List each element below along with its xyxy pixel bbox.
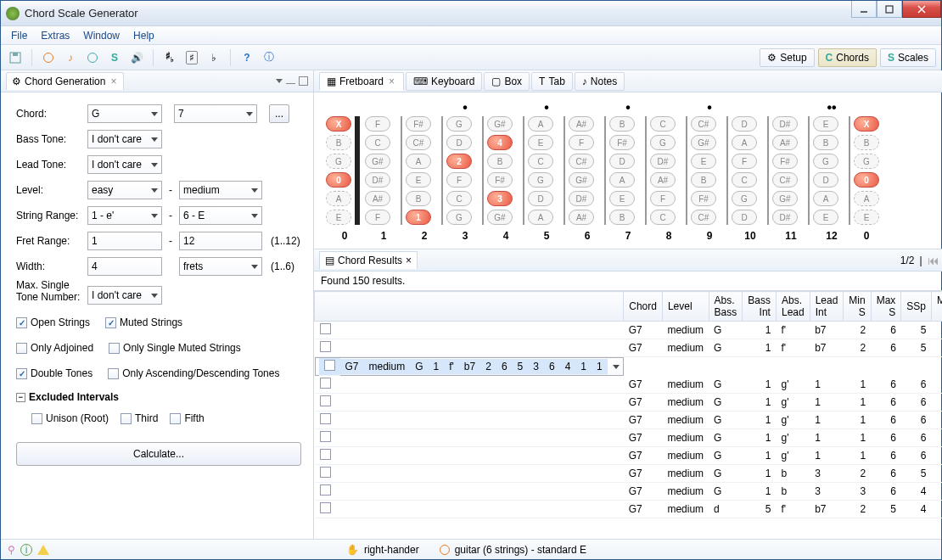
fret-note-pill[interactable]: D# [772, 116, 798, 132]
tab-keyboard[interactable]: ⌨Keyboard [406, 72, 482, 91]
setup-button[interactable]: ⚙Setup [760, 48, 814, 67]
fret-note-pill[interactable]: D# [365, 172, 390, 188]
tab-fretboard[interactable]: ▦Fretboard× [319, 72, 404, 91]
fret-note-pill[interactable]: F# [406, 116, 431, 132]
fret-note-pill[interactable]: F# [772, 154, 798, 169]
table-row[interactable]: G7mediumG1g'116635300 [315, 394, 943, 412]
fret-note-pill[interactable]: G# [365, 154, 390, 169]
tool-flat-icon[interactable]: ♭ [205, 48, 223, 67]
col-header[interactable]: SSp [901, 292, 932, 322]
fret-note-pill[interactable]: G# [487, 116, 513, 132]
tool-circle-2-icon[interactable] [83, 48, 102, 67]
pane-maximize-icon[interactable] [299, 76, 308, 86]
chords-button[interactable]: CChords [818, 48, 877, 67]
fret-note-pill[interactable]: D [609, 154, 635, 169]
level-from-select[interactable]: easy [87, 181, 162, 199]
menu-window[interactable]: Window [76, 27, 126, 44]
fret-note-pill[interactable]: F [365, 210, 390, 225]
row-checkbox[interactable] [315, 465, 624, 483]
muted-strings-check[interactable]: Muted Strings [105, 312, 182, 333]
col-header[interactable]: Abs. Lead [776, 292, 810, 322]
row-checkbox[interactable] [315, 429, 624, 447]
fret-note-pill[interactable]: A# [569, 210, 594, 225]
fret-note-pill[interactable]: A [528, 210, 553, 225]
scales-button[interactable]: SScales [880, 48, 936, 67]
fret-note-pill[interactable]: F# [691, 191, 716, 206]
fret-note-pill[interactable]: F [732, 154, 757, 169]
menu-extras[interactable]: Extras [34, 27, 76, 44]
col-header[interactable]: Max S [871, 292, 901, 322]
fret-note-pill[interactable]: A# [772, 135, 798, 150]
table-row[interactable]: G7mediumG1g'116635301 [315, 412, 943, 429]
double-tones-check[interactable]: Double Tones [16, 363, 93, 384]
open-string-pill-right[interactable]: E [854, 210, 879, 225]
fret-note-pill[interactable]: F [365, 116, 390, 132]
fret-note-pill[interactable]: B [406, 191, 431, 206]
open-strings-check[interactable]: Open Strings [16, 312, 90, 333]
fret-note-pill[interactable]: 3 [487, 191, 513, 206]
fret-note-pill[interactable]: G# [487, 210, 513, 225]
tool-s-icon[interactable]: S [105, 48, 124, 67]
save-icon[interactable] [6, 48, 25, 67]
open-string-pill-right[interactable]: G [854, 154, 879, 169]
row-checkbox[interactable] [315, 483, 624, 501]
tool-help-icon[interactable]: ? [238, 48, 256, 67]
fret-note-pill[interactable]: C [732, 172, 757, 188]
fret-note-pill[interactable]: G [446, 210, 472, 225]
open-string-pill[interactable]: B [326, 135, 351, 150]
menu-file[interactable]: File [4, 27, 34, 44]
row-checkbox[interactable] [315, 376, 624, 394]
close-tab-icon[interactable]: × [109, 76, 118, 87]
open-string-pill[interactable]: E [326, 210, 351, 225]
col-header[interactable]: Bass Int [743, 292, 777, 322]
table-row[interactable]: G7mediumG1g'116636400 [315, 429, 943, 447]
tool-circle-1-icon[interactable] [39, 48, 58, 67]
tool-note-1-icon[interactable]: ♪ [61, 48, 80, 67]
string-from-select[interactable]: 1 - e' [87, 206, 162, 225]
table-row[interactable]: G7mediumG1b326535311 [315, 465, 943, 483]
fret-note-pill[interactable]: F [650, 191, 676, 206]
fret-note-pill[interactable]: D# [772, 210, 798, 225]
level-to-select[interactable]: medium [179, 181, 262, 199]
fret-note-pill[interactable]: A [609, 172, 635, 188]
results-table-wrap[interactable]: ChordLevelAbs. BassBass IntAbs. LeadLead… [314, 290, 942, 539]
table-row[interactable]: G7mediumG1f'b726536411 [315, 357, 624, 376]
table-row[interactable]: G7mediumG1f'b726536401 [315, 322, 943, 339]
fret-note-pill[interactable]: E [406, 172, 431, 188]
close-button[interactable] [902, 1, 941, 18]
only-single-muted-check[interactable]: Only Single Muted Strings [109, 338, 241, 358]
fret-note-pill[interactable]: A# [650, 172, 676, 188]
only-adjoined-check[interactable]: Only Adjoined [16, 338, 93, 358]
pane-menu-icon[interactable] [276, 79, 283, 83]
fret-note-pill[interactable]: C [365, 135, 390, 150]
chord-type-select[interactable]: 7 [174, 104, 257, 123]
fret-note-pill[interactable]: E [813, 116, 838, 132]
row-checkbox[interactable] [315, 339, 624, 357]
tool-sound-icon[interactable]: 🔊 [127, 48, 146, 67]
status-info-icon[interactable]: i [20, 544, 32, 556]
close-icon[interactable]: × [406, 255, 412, 266]
fret-grid[interactable]: XBG0AEFCG#D#A#FF#C#AEB1GD2FCGG#4BF#3G#AE… [326, 116, 942, 225]
fret-note-pill[interactable]: B [609, 116, 635, 132]
width-unit-select[interactable]: frets [179, 257, 262, 276]
row-checkbox[interactable] [315, 322, 624, 339]
fret-note-pill[interactable]: E [813, 210, 838, 225]
row-checkbox[interactable] [315, 412, 624, 429]
fret-note-pill[interactable]: G# [772, 191, 798, 206]
fret-note-pill[interactable]: A [528, 116, 553, 132]
open-string-pill-right[interactable]: B [854, 135, 879, 150]
fret-note-pill[interactable]: B [813, 135, 838, 150]
row-checkbox[interactable] [315, 501, 624, 518]
fret-note-pill[interactable]: D [528, 191, 553, 206]
open-string-pill-right[interactable]: A [854, 191, 879, 206]
open-string-pill[interactable]: X [326, 116, 351, 132]
chord-generation-tab[interactable]: ⚙ Chord Generation × [6, 72, 124, 90]
open-string-pill[interactable]: G [326, 154, 351, 169]
excluded-intervals-header[interactable]: − Excluded Intervals [16, 391, 301, 403]
table-row[interactable]: G7mediumG1f'b726536402 [315, 339, 943, 357]
fret-note-pill[interactable]: 4 [487, 135, 513, 150]
fret-note-pill[interactable]: F [569, 135, 594, 150]
maximize-button[interactable] [877, 1, 902, 18]
fret-note-pill[interactable]: D# [569, 191, 594, 206]
fret-note-pill[interactable]: G [446, 116, 472, 132]
